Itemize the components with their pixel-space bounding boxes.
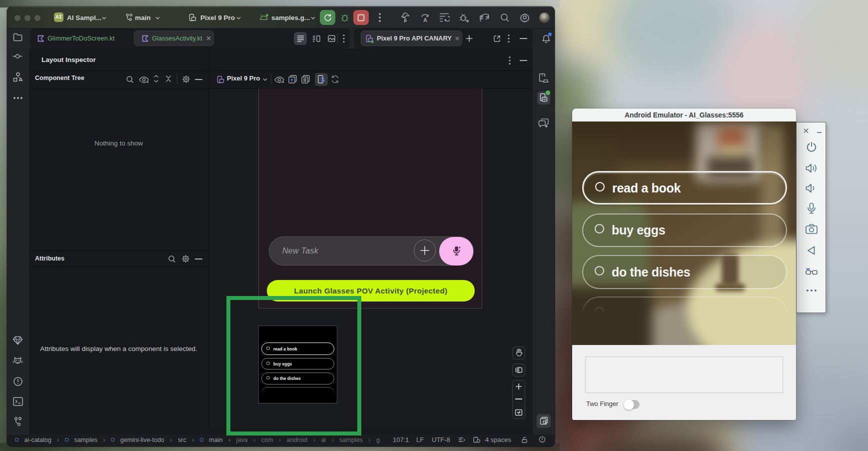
svg-text:A: A [423,17,427,23]
